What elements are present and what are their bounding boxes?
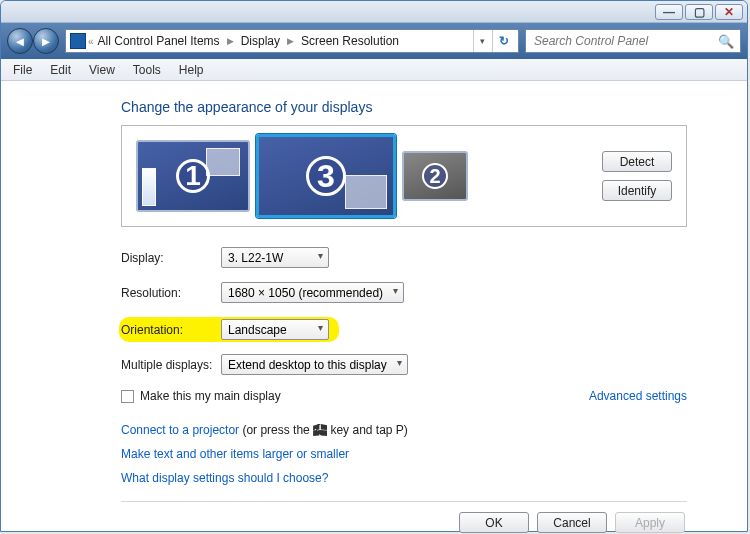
label-multiple-displays: Multiple displays: — [121, 358, 221, 372]
row-multiple-displays: Multiple displays: Extend desktop to thi… — [121, 354, 687, 375]
make-main-checkbox[interactable] — [121, 390, 134, 403]
detect-button[interactable]: Detect — [602, 151, 672, 172]
row-orientation-highlighted: Orientation: Landscape — [119, 317, 339, 342]
projector-hint-1: (or press the — [239, 423, 313, 437]
monitor-1[interactable]: 1 — [136, 140, 250, 212]
page-title: Change the appearance of your displays — [121, 99, 687, 115]
refresh-button[interactable]: ↻ — [492, 30, 514, 52]
address-dropdown[interactable]: ▾ — [473, 30, 490, 52]
display-arrangement-panel[interactable]: 1 3 2 Detect Identify — [121, 125, 687, 227]
resolution-select[interactable]: 1680 × 1050 (recommended) — [221, 282, 404, 303]
ok-button[interactable]: OK — [459, 512, 529, 533]
label-display: Display: — [121, 251, 221, 265]
multiple-displays-select[interactable]: Extend desktop to this display — [221, 354, 408, 375]
breadcrumb-part-1[interactable]: All Control Panel Items — [96, 34, 222, 48]
monitor-2[interactable]: 2 — [402, 151, 468, 201]
menu-tools[interactable]: Tools — [125, 61, 169, 79]
menu-file[interactable]: File — [5, 61, 40, 79]
display-select[interactable]: 3. L22-1W — [221, 247, 329, 268]
window-icon — [206, 148, 240, 176]
address-bar[interactable]: « All Control Panel Items ▶ Display ▶ Sc… — [65, 29, 519, 53]
menu-view[interactable]: View — [81, 61, 123, 79]
close-button[interactable]: ✕ — [715, 4, 743, 20]
apply-button[interactable]: Apply — [615, 512, 685, 533]
window-icon — [142, 168, 156, 206]
links-block: Connect to a projector (or press the key… — [121, 423, 687, 485]
projector-hint-2: key and tap P) — [327, 423, 408, 437]
menu-help[interactable]: Help — [171, 61, 212, 79]
dialog-buttons: OK Cancel Apply — [121, 512, 687, 533]
text-size-link[interactable]: Make text and other items larger or smal… — [121, 447, 349, 461]
label-resolution: Resolution: — [121, 286, 221, 300]
forward-button[interactable]: ► — [33, 28, 59, 54]
explorer-window: — ▢ ✕ ◄ ► « All Control Panel Items ▶ Di… — [0, 0, 748, 532]
monitor-number: 2 — [422, 163, 448, 189]
make-main-row: Make this my main display — [121, 389, 281, 403]
breadcrumb-part-3[interactable]: Screen Resolution — [299, 34, 401, 48]
window-controls: — ▢ ✕ — [655, 4, 743, 20]
window-icon — [345, 175, 387, 209]
nav-bar: ◄ ► « All Control Panel Items ▶ Display … — [1, 23, 747, 59]
search-box[interactable]: 🔍 — [525, 29, 741, 53]
cancel-button[interactable]: Cancel — [537, 512, 607, 533]
separator — [121, 501, 687, 502]
monitors-group: 1 3 2 — [136, 134, 468, 218]
back-button[interactable]: ◄ — [7, 28, 33, 54]
content-area: Change the appearance of your displays 1… — [1, 81, 747, 534]
connect-projector-link[interactable]: Connect to a projector — [121, 423, 239, 437]
windows-key-icon — [313, 424, 327, 436]
monitor-3-selected[interactable]: 3 — [256, 134, 396, 218]
chevron-right-icon[interactable]: ▶ — [284, 36, 297, 46]
which-settings-link[interactable]: What display settings should I choose? — [121, 471, 328, 485]
identify-button[interactable]: Identify — [602, 180, 672, 201]
advanced-settings-link[interactable]: Advanced settings — [589, 389, 687, 411]
orientation-select[interactable]: Landscape — [221, 319, 329, 340]
breadcrumb-root-chevron[interactable]: « — [88, 36, 94, 47]
title-bar[interactable]: — ▢ ✕ — [1, 1, 747, 23]
control-panel-icon — [70, 33, 86, 49]
monitor-number: 3 — [306, 156, 346, 196]
breadcrumb-part-2[interactable]: Display — [239, 34, 282, 48]
monitor-number: 1 — [176, 159, 210, 193]
search-input[interactable] — [532, 33, 712, 49]
maximize-button[interactable]: ▢ — [685, 4, 713, 20]
minimize-button[interactable]: — — [655, 4, 683, 20]
label-orientation: Orientation: — [121, 323, 221, 337]
menu-bar: File Edit View Tools Help — [1, 59, 747, 81]
make-main-label: Make this my main display — [140, 389, 281, 403]
search-icon[interactable]: 🔍 — [718, 34, 734, 49]
row-display: Display: 3. L22-1W — [121, 247, 687, 268]
row-resolution: Resolution: 1680 × 1050 (recommended) — [121, 282, 687, 303]
menu-edit[interactable]: Edit — [42, 61, 79, 79]
chevron-right-icon[interactable]: ▶ — [224, 36, 237, 46]
